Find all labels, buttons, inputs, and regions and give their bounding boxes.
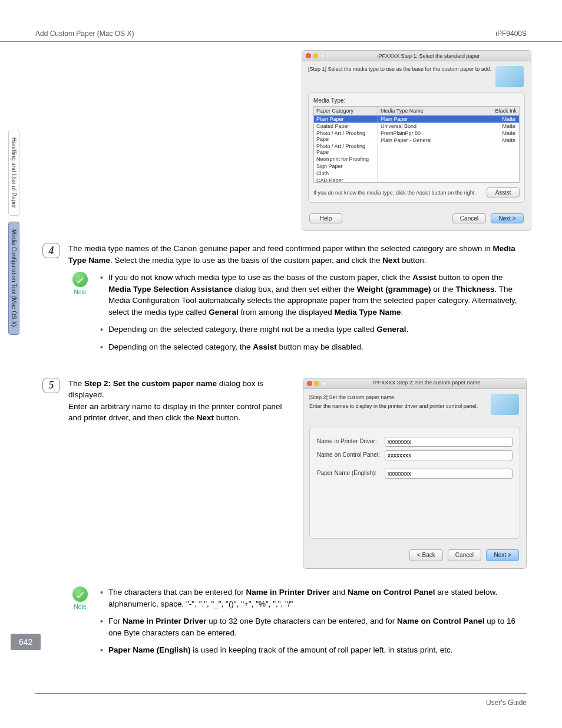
media-type-row[interactable]: Plain Paper Matte — [378, 116, 519, 123]
input-control-panel[interactable] — [385, 450, 513, 460]
traffic-lights — [307, 381, 326, 386]
category-item[interactable]: Cloth — [314, 170, 378, 177]
step-5-number: 5 — [42, 378, 60, 393]
dialog2-title: iPFXXXX Step 2: Set the custom paper nam… — [331, 379, 523, 387]
next-button[interactable]: Next > — [486, 549, 519, 562]
mt-ink-header: Black Ink — [495, 108, 517, 114]
assist-text: If you do not know the media type, click… — [313, 190, 476, 196]
step5-note-list: The characters that can be entered for N… — [100, 587, 527, 662]
dialog1-title: iPFXXXX Step 1: Select the standard pape… — [330, 53, 527, 59]
mt-ink: Matte — [502, 137, 515, 143]
media-type-row[interactable]: Plain Paper - General Matte — [378, 137, 519, 144]
mt-ink: Matte — [502, 130, 515, 136]
label-paper-name-en: Paper Name (English): — [317, 469, 385, 478]
category-item[interactable]: Coated Paper — [314, 123, 378, 130]
step-5-text: The Step 2: Set the custom paper name di… — [68, 378, 295, 581]
media-type-row[interactable]: PremPlainPpr 80 Matte — [378, 130, 519, 137]
footer-right: User's Guide — [486, 699, 527, 707]
traffic-lights — [306, 53, 325, 58]
mt-name-header: Media Type Name — [381, 108, 424, 114]
zoom-icon[interactable] — [321, 381, 326, 386]
mt-name: Plain Paper - General — [381, 137, 432, 143]
note-bullet: Depending on the selected category, the … — [100, 341, 527, 353]
header-left: Add Custom Paper (Mac OS X) — [35, 29, 134, 38]
note-bullet: If you do not know which media type to u… — [100, 272, 527, 318]
dialog1-illustration — [495, 66, 524, 87]
step-4-text: The media type names of the Canon genuin… — [68, 243, 527, 266]
category-list[interactable]: Paper Category Plain Paper Coated Paper … — [313, 106, 378, 183]
input-paper-name-en[interactable] — [385, 469, 513, 479]
minimize-icon[interactable] — [313, 53, 318, 58]
note-bullet: The characters that can be entered for N… — [100, 587, 527, 610]
dialog2-instr2: Enter the names to display in the printe… — [309, 403, 520, 410]
category-header: Paper Category — [314, 107, 378, 116]
mt-name: Plain Paper — [381, 116, 408, 122]
mt-name: PremPlainPpr 80 — [381, 130, 421, 136]
page-footer: User's Guide — [35, 693, 527, 707]
category-item[interactable]: Sign Paper — [314, 163, 378, 170]
note-bullet: Paper Name (English) is used in keeping … — [100, 644, 527, 656]
media-type-list[interactable]: Media Type Name Black Ink Plain Paper Ma… — [378, 106, 520, 183]
mt-ink: Matte — [502, 123, 515, 129]
help-button[interactable]: Help — [309, 213, 342, 223]
back-button[interactable]: < Back — [409, 549, 443, 562]
category-item[interactable]: Photo / Art / Proofing Pape — [314, 130, 378, 143]
assist-button[interactable]: Assist — [487, 187, 520, 197]
side-tab-media-config[interactable]: Media Configuration Tool (Mac OS X) — [8, 222, 19, 334]
cancel-button[interactable]: Cancel — [448, 549, 481, 562]
mt-name: Universal Bond — [381, 123, 416, 129]
side-tabs: Handling and Use of Paper Media Configur… — [8, 130, 22, 341]
note-icon — [72, 272, 88, 287]
category-item[interactable]: Newsprint for Proofing — [314, 156, 378, 163]
dialog2-instr1: [Step 2] Set the custom paper name. — [309, 394, 520, 401]
note-bullet: Depending on the selected category, ther… — [100, 324, 527, 335]
note-label: Note — [68, 288, 92, 297]
dialog1-instruction: [Step 1] Select the media type to use as… — [308, 66, 525, 72]
next-button[interactable]: Next > — [491, 213, 524, 223]
label-control-panel: Name on Control Panel: — [317, 451, 385, 460]
dialog1-titlebar: iPFXXXX Step 1: Select the standard pape… — [302, 51, 531, 61]
header-right: iPF9400S — [495, 29, 527, 38]
side-tab-handling[interactable]: Handling and Use of Paper — [8, 130, 19, 216]
step-4-number: 4 — [42, 243, 60, 258]
category-item[interactable]: CAD Paper — [314, 177, 378, 183]
page-header: Add Custom Paper (Mac OS X) iPF9400S — [0, 0, 562, 42]
close-icon[interactable] — [306, 53, 311, 58]
minimize-icon[interactable] — [314, 381, 319, 386]
page-number: 642 — [11, 634, 41, 650]
input-printer-driver[interactable] — [385, 437, 513, 447]
category-item[interactable]: Plain Paper — [314, 116, 378, 123]
zoom-icon[interactable] — [320, 53, 325, 58]
dialog2-illustration — [491, 394, 519, 415]
dialog-step1: iPFXXXX Step 1: Select the standard pape… — [302, 50, 531, 231]
step4-note-list: If you do not know which media type to u… — [100, 272, 527, 358]
media-type-label: Media Type: — [313, 97, 520, 104]
dialog2-titlebar: iPFXXXX Step 2: Set the custom paper nam… — [303, 378, 526, 389]
cancel-button[interactable]: Cancel — [452, 213, 486, 223]
note-label: Note — [68, 603, 92, 612]
dialog-step2: iPFXXXX Step 2: Set the custom paper nam… — [303, 378, 527, 569]
category-item[interactable]: Photo / Art / Proofing Pape — [314, 143, 378, 156]
note-icon — [72, 587, 88, 602]
media-type-row[interactable]: Universal Bond Matte — [378, 123, 519, 130]
mt-ink: Matte — [502, 116, 515, 122]
media-type-header-row: Media Type Name Black Ink — [378, 107, 519, 116]
label-printer-driver: Name in Printer Driver: — [317, 437, 385, 446]
note-bullet: For Name in Printer Driver up to 32 one … — [100, 615, 527, 638]
close-icon[interactable] — [307, 381, 312, 386]
